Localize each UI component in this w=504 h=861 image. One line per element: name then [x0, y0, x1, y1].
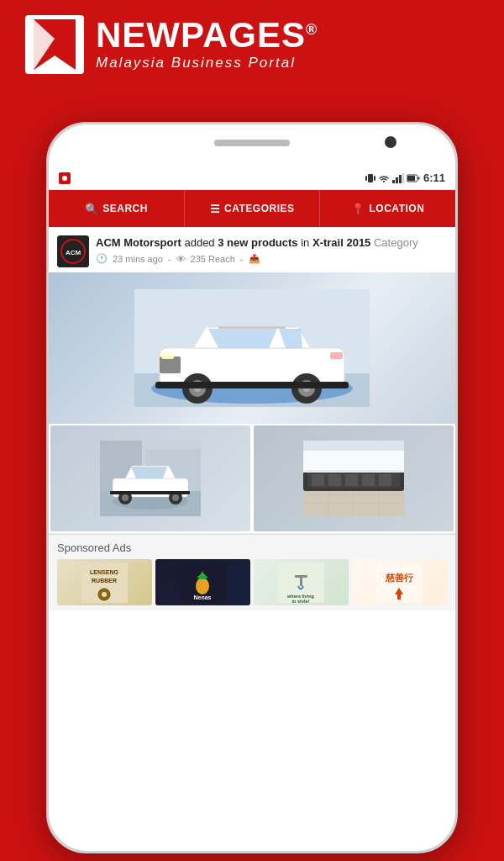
acm-logo: ACM [57, 235, 89, 267]
svg-rect-45 [110, 491, 190, 494]
charity-ad: 慈善行 [376, 563, 423, 603]
post-count: 3 new products [218, 236, 297, 249]
svg-text:慈善行: 慈善行 [385, 573, 414, 583]
svg-point-5 [62, 176, 67, 181]
nav-search[interactable]: 🔍 SEARCH [49, 190, 185, 227]
logo-tagline: Malaysia Business Portal [96, 55, 318, 71]
search-icon: 🔍 [85, 203, 99, 215]
status-left [59, 172, 71, 184]
category-suffix: Category [374, 236, 418, 249]
svg-rect-34 [218, 326, 286, 329]
phone-speaker [214, 140, 290, 146]
post-avatar[interactable]: ACM [57, 235, 89, 267]
logo-name: NEWPAGES® [96, 18, 318, 53]
svg-point-68 [196, 578, 209, 594]
search-label: SEARCH [102, 203, 148, 214]
ad-lenseng[interactable]: LENSENG RUBBER [57, 559, 152, 605]
status-bar: 6:11 [49, 166, 455, 190]
sponsored-label: Sponsored Ads [57, 541, 447, 554]
thumb-car-1 [100, 441, 201, 516]
company-name[interactable]: ACM Motorsport [96, 236, 181, 249]
image-row [49, 424, 455, 533]
phone-inner: 6:11 🔍 SEARCH ☰ CATEGORIES 📍 LOCATION [49, 124, 455, 851]
svg-rect-33 [155, 382, 349, 388]
status-right: 6:11 [365, 172, 445, 184]
phone-camera [385, 136, 396, 148]
post-header: ACM ACM Motorsport added 3 new products … [49, 227, 455, 272]
svg-rect-59 [379, 474, 391, 486]
status-icons [365, 172, 420, 184]
ad-living[interactable]: where living in style! [254, 559, 349, 605]
car-svg [134, 289, 370, 407]
svg-text:LENSENG: LENSENG [90, 569, 118, 575]
thumb-image-1[interactable] [50, 425, 250, 531]
action-text: added [184, 236, 214, 249]
svg-rect-60 [303, 449, 404, 473]
share-icon: 📤 [249, 253, 260, 264]
category-title[interactable]: X-trail 2015 [312, 236, 370, 249]
main-car-image[interactable] [49, 272, 455, 424]
svg-point-44 [172, 494, 179, 501]
svg-rect-15 [407, 176, 415, 181]
living-ad: where living in style! [278, 563, 324, 603]
svg-rect-16 [417, 177, 419, 179]
phone-frame: 6:11 🔍 SEARCH ☰ CATEGORIES 📍 LOCATION [46, 122, 458, 853]
time-ago: 23 mins ago [113, 254, 163, 264]
thumb-image-2[interactable] [254, 425, 454, 531]
car-main-bg [49, 272, 455, 424]
svg-rect-31 [161, 352, 174, 359]
screen: 6:11 🔍 SEARCH ☰ CATEGORIES 📍 LOCATION [49, 166, 455, 851]
svg-text:Nenas: Nenas [193, 594, 211, 600]
svg-rect-8 [374, 176, 375, 181]
nav-location[interactable]: 📍 LOCATION [320, 190, 455, 227]
thumb-car-detail [303, 441, 404, 516]
ads-row: LENSENG RUBBER [57, 559, 447, 605]
svg-rect-78 [397, 594, 401, 600]
location-icon: 📍 [351, 203, 365, 215]
logo-icon [25, 15, 84, 74]
svg-text:ACM: ACM [66, 249, 81, 256]
ad-charity[interactable]: 慈善行 [352, 559, 447, 605]
svg-rect-72 [300, 578, 302, 586]
signal-icon [392, 173, 404, 183]
clock-icon: 🕐 [96, 253, 108, 264]
lenseng-ad: LENSENG RUBBER [81, 563, 128, 603]
svg-point-42 [122, 494, 129, 501]
post-card: ACM ACM Motorsport added 3 new products … [49, 227, 455, 534]
categories-icon: ☰ [210, 203, 221, 215]
svg-rect-32 [330, 352, 343, 359]
nav-categories[interactable]: ☰ CATEGORIES [185, 190, 321, 227]
svg-rect-12 [399, 175, 402, 183]
svg-rect-55 [312, 474, 324, 486]
svg-rect-10 [392, 180, 395, 183]
svg-rect-7 [365, 176, 367, 181]
eye-icon: 👁 [176, 254, 186, 264]
post-title-block: ACM Motorsport added 3 new products in X… [96, 235, 447, 264]
svg-rect-61 [303, 441, 404, 451]
sponsored-section: Sponsored Ads LENSENG RUBBER [49, 534, 455, 610]
nenas-ad: Nenas [180, 563, 226, 603]
time-display: 6:11 [423, 172, 445, 184]
battery-icon [407, 174, 420, 182]
logo-text: NEWPAGES® Malaysia Business Portal [96, 18, 318, 71]
svg-point-9 [383, 181, 385, 182]
separator2: - [240, 254, 244, 264]
svg-rect-58 [362, 474, 375, 486]
svg-rect-13 [402, 173, 404, 183]
post-title: ACM Motorsport added 3 new products in X… [96, 235, 447, 251]
reach-count: 235 Reach [191, 254, 235, 264]
svg-rect-57 [345, 474, 358, 486]
android-icon [59, 172, 71, 184]
svg-rect-6 [368, 174, 373, 182]
svg-text:RUBBER: RUBBER [92, 578, 117, 584]
svg-point-66 [102, 592, 107, 597]
post-meta: 🕐 23 mins ago - 👁 235 Reach - 📤 [96, 253, 447, 264]
vibrate-icon [365, 172, 375, 184]
in-text: in [301, 236, 309, 249]
categories-label: CATEGORIES [224, 203, 294, 214]
svg-text:in style!: in style! [292, 599, 310, 603]
ad-nenas[interactable]: Nenas [155, 559, 250, 605]
svg-rect-11 [396, 177, 398, 183]
svg-rect-71 [295, 575, 307, 578]
header: NEWPAGES® Malaysia Business Portal [0, 0, 504, 91]
